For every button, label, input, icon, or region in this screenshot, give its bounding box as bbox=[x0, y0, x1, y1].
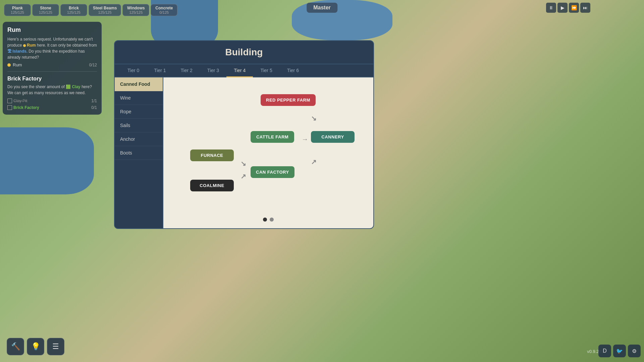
arrow-coalmine-up: ↗ bbox=[240, 172, 246, 180]
tab-tier-6[interactable]: Tier 6 bbox=[280, 64, 306, 77]
arrow-cattle-cannery: → bbox=[302, 135, 308, 143]
left-panel: Rum Here's a serious request. Unfortunat… bbox=[3, 22, 102, 115]
page-dot-2[interactable] bbox=[270, 218, 274, 222]
flow-diagram: RED PEPPER FARM ↘ CATTLE FARM → CANNERY … bbox=[170, 84, 367, 212]
bottom-toolbar: 🔨 💡 ☰ bbox=[7, 338, 64, 355]
resource-stone: Stone 125/125 bbox=[32, 4, 59, 16]
tab-tier-0[interactable]: Tier 0 bbox=[120, 64, 147, 77]
tab-tier-2[interactable]: Tier 2 bbox=[173, 64, 200, 77]
rum-item-count: 0/12 bbox=[89, 63, 97, 67]
rum-item-row: Rum 0/12 bbox=[7, 62, 97, 67]
sidebar-item-anchor[interactable]: Anchor bbox=[115, 132, 163, 146]
clay-pit-label: Clay Pit bbox=[13, 99, 27, 103]
fast-forward-button[interactable]: ⏩ bbox=[569, 3, 579, 13]
rum-dot bbox=[23, 44, 26, 47]
node-coalmine[interactable]: COALMINE bbox=[190, 180, 234, 191]
node-cannery[interactable]: CANNERY bbox=[311, 131, 355, 143]
playback-controls: ⏸ ▶ ⏩ ⏭ bbox=[546, 3, 590, 13]
brick-factory-title: Brick Factory bbox=[7, 76, 97, 82]
clay-pit-tag: Clay Pit bbox=[7, 99, 27, 103]
modal-tabs: Tier 0 Tier 1 Tier 2 Tier 3 Tier 4 Tier … bbox=[115, 64, 373, 77]
tab-tier-5[interactable]: Tier 5 bbox=[253, 64, 279, 77]
clay-highlight: 🟩 Clay bbox=[66, 84, 80, 89]
page-dot-1[interactable] bbox=[263, 218, 267, 222]
brick-factory-description: Do you see the sheer amount of 🟩 Clay he… bbox=[7, 84, 97, 96]
master-label: Master bbox=[307, 3, 337, 13]
sidebar-item-rope[interactable]: Rope bbox=[115, 105, 163, 119]
pagination-dots bbox=[263, 218, 274, 222]
sidebar-item-boots[interactable]: Boots bbox=[115, 146, 163, 160]
building-modal: Building Tier 0 Tier 1 Tier 2 Tier 3 Tie… bbox=[114, 40, 374, 229]
rum-item-dot bbox=[7, 63, 11, 67]
hammer-button[interactable]: 🔨 bbox=[7, 338, 24, 355]
modal-title: Building bbox=[115, 41, 373, 64]
arrow-red-pepper: ↘ bbox=[311, 114, 317, 122]
resource-plank: Plank 125/125 bbox=[4, 4, 31, 16]
fastest-button[interactable]: ⏭ bbox=[580, 3, 590, 13]
panel-divider bbox=[7, 71, 97, 72]
play-button[interactable]: ▶ bbox=[557, 3, 568, 13]
node-furnace[interactable]: FURNACE bbox=[190, 149, 234, 161]
rum-title: Rum bbox=[7, 26, 97, 34]
brick-factory-icon bbox=[7, 105, 12, 110]
social-buttons: D 🐦 ⚙ bbox=[598, 345, 641, 357]
node-can-factory[interactable]: CAN FACTORY bbox=[251, 166, 294, 178]
brick-factory-count: 0/1 bbox=[91, 105, 97, 110]
discord-button[interactable]: D bbox=[598, 345, 611, 357]
tab-tier-4[interactable]: Tier 4 bbox=[226, 64, 253, 77]
islands-highlight: 🏝 Islands. bbox=[7, 49, 28, 54]
node-red-pepper-farm[interactable]: RED PEPPER FARM bbox=[261, 94, 316, 106]
resource-windows: Windows 125/125 bbox=[122, 4, 149, 16]
brick-factory-label: Brick Factory bbox=[13, 105, 39, 110]
pause-button[interactable]: ⏸ bbox=[546, 3, 556, 13]
modal-flow-content: RED PEPPER FARM ↘ CATTLE FARM → CANNERY … bbox=[163, 77, 373, 228]
resource-steel-beams: Steel Beams 125/125 bbox=[89, 4, 121, 16]
sidebar-item-wine[interactable]: Wine bbox=[115, 91, 163, 105]
bulb-button[interactable]: 💡 bbox=[27, 338, 44, 355]
clay-pit-left: Clay Pit bbox=[7, 99, 27, 103]
clay-pit-icon bbox=[7, 99, 12, 103]
resource-brick: Brick 125/125 bbox=[60, 4, 87, 16]
rum-description: Here's a serious request. Unfortunately … bbox=[7, 36, 97, 60]
arrow-furnace: ↘ bbox=[240, 160, 246, 168]
sidebar-item-canned-food[interactable]: Canned Food bbox=[115, 77, 163, 91]
rum-item-left: Rum bbox=[7, 62, 22, 67]
menu-button[interactable]: ☰ bbox=[47, 338, 64, 355]
clay-pit-count: 1/1 bbox=[91, 99, 97, 103]
brick-factory-left: Brick Factory bbox=[7, 105, 39, 110]
brick-factory-tag: Brick Factory bbox=[7, 105, 39, 110]
brick-factory-row: Brick Factory 0/1 bbox=[7, 105, 97, 110]
node-cattle-farm[interactable]: CATTLE FARM bbox=[251, 131, 294, 143]
twitter-button[interactable]: 🐦 bbox=[613, 345, 626, 357]
rum-highlight: Rum bbox=[27, 43, 36, 48]
modal-sidebar: Canned Food Wine Rope Sails Anchor Boots bbox=[115, 77, 163, 228]
modal-body: Canned Food Wine Rope Sails Anchor Boots… bbox=[115, 77, 373, 228]
settings-button[interactable]: ⚙ bbox=[628, 345, 641, 357]
tab-tier-1[interactable]: Tier 1 bbox=[147, 64, 173, 77]
rum-item-label: Rum bbox=[13, 62, 22, 67]
arrow-can-factory-up: ↗ bbox=[311, 158, 317, 166]
tab-tier-3[interactable]: Tier 3 bbox=[200, 64, 226, 77]
clay-pit-row: Clay Pit 1/1 bbox=[7, 99, 97, 103]
resource-concrete: Concrete 0/125 bbox=[151, 4, 177, 16]
sidebar-item-sails[interactable]: Sails bbox=[115, 119, 163, 132]
